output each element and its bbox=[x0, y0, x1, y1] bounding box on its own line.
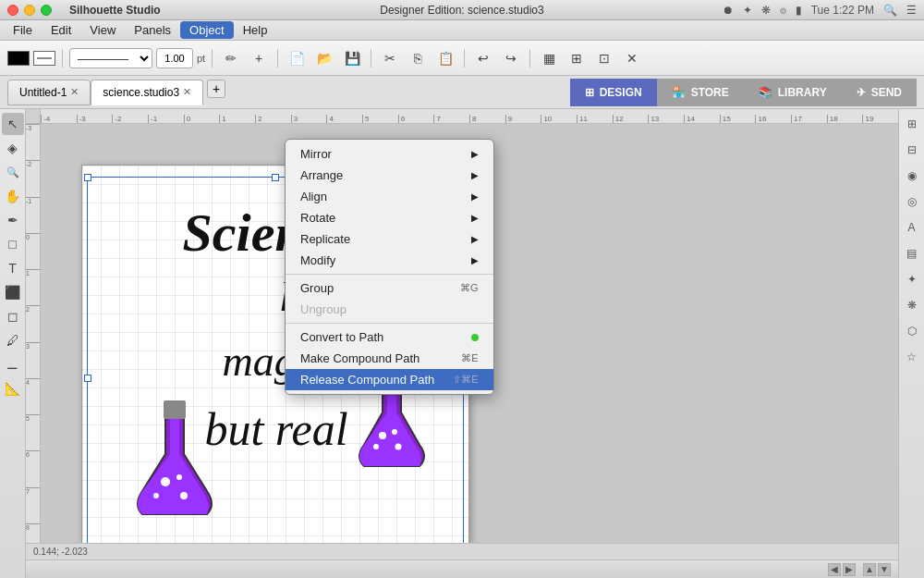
svg-point-12 bbox=[373, 444, 379, 449]
undo-btn[interactable]: ↩ bbox=[471, 46, 495, 70]
menu-group-label: Group bbox=[300, 281, 334, 295]
right-tool-text[interactable]: A bbox=[901, 216, 923, 239]
menu-mirror[interactable]: Mirror ▶ bbox=[286, 143, 493, 165]
cut-btn[interactable]: ✂ bbox=[378, 46, 402, 70]
copy-btn[interactable]: ⎘ bbox=[406, 46, 430, 70]
tab-untitled-close[interactable]: ✕ bbox=[70, 86, 79, 98]
notification-icon[interactable]: ☰ bbox=[906, 4, 917, 17]
bottom-bar: ◀ ▶ ▲ ▼ bbox=[26, 560, 898, 578]
maximize-button[interactable] bbox=[41, 5, 52, 16]
knife-tool[interactable]: ⚊ bbox=[2, 353, 24, 375]
menu-convert-to-path[interactable]: Convert to Path bbox=[286, 326, 493, 348]
tab-science-close[interactable]: ✕ bbox=[183, 86, 191, 98]
menu-release-compound-shortcut: ⇧⌘E bbox=[453, 374, 478, 386]
window-controls[interactable] bbox=[7, 5, 52, 16]
eyedropper-tool[interactable]: 🖊 bbox=[2, 329, 24, 351]
menu-modify[interactable]: Modify ▶ bbox=[286, 250, 493, 271]
tab-untitled-label: Untitled-1 bbox=[19, 86, 67, 99]
sep1 bbox=[62, 49, 63, 68]
scroll-down-arrow[interactable]: ▼ bbox=[878, 563, 891, 576]
eraser-tool[interactable]: ◻ bbox=[2, 305, 24, 327]
measure-tool[interactable]: 📐 bbox=[2, 377, 24, 400]
tab-untitled[interactable]: Untitled-1 ✕ bbox=[7, 80, 91, 105]
menu-file[interactable]: File bbox=[4, 21, 42, 39]
menu-panels[interactable]: Panels bbox=[125, 21, 180, 39]
menubar: File Edit View Panels Object Help bbox=[0, 20, 924, 41]
open-btn[interactable]: 📂 bbox=[312, 46, 336, 70]
zoom-out-arrow[interactable]: ◀ bbox=[828, 563, 841, 576]
object-menu: Mirror ▶ Arrange ▶ Align ▶ Rotate ▶ Repl… bbox=[285, 139, 494, 395]
text-tool[interactable]: T bbox=[2, 257, 24, 279]
store-button[interactable]: 🏪 STORE bbox=[657, 79, 744, 106]
search-icon[interactable]: 🔍 bbox=[883, 4, 897, 17]
right-tool-warp[interactable]: ⬡ bbox=[901, 320, 923, 342]
pan-tool[interactable]: ✋ bbox=[2, 185, 24, 207]
zoom-in-arrow[interactable]: ▶ bbox=[843, 563, 856, 576]
right-tool-stroke[interactable]: ◎ bbox=[901, 191, 923, 213]
close-btn[interactable]: ✕ bbox=[620, 46, 644, 70]
new-doc-btn[interactable]: 📄 bbox=[285, 46, 309, 70]
tab-science[interactable]: science.studio3 ✕ bbox=[91, 80, 203, 105]
menu-object[interactable]: Object bbox=[180, 21, 234, 39]
right-panel: ⊞ ⊟ ◉ ◎ A ▤ ✦ ❋ ⬡ ☆ bbox=[898, 109, 924, 578]
menu-align[interactable]: Align ▶ bbox=[286, 186, 493, 207]
save-btn[interactable]: 💾 bbox=[340, 46, 364, 70]
ruler-horizontal: -4 -3 -2 -1 0 1 2 3 4 5 6 7 8 9 10 11 12… bbox=[41, 109, 898, 124]
right-tool-layers[interactable]: ▤ bbox=[901, 242, 923, 264]
group-btn[interactable]: ▦ bbox=[537, 46, 561, 70]
menu-make-compound-label: Make Compound Path bbox=[300, 351, 419, 365]
node-tool[interactable]: ◈ bbox=[2, 137, 24, 159]
svg-point-7 bbox=[153, 493, 159, 498]
scroll-up-arrow[interactable]: ▲ bbox=[863, 563, 876, 576]
library-button[interactable]: 📚 LIBRARY bbox=[744, 79, 842, 106]
pencil-tool[interactable]: ✏ bbox=[219, 46, 243, 70]
svg-point-6 bbox=[180, 492, 188, 499]
zoom-controls[interactable]: ◀ ▶ bbox=[828, 563, 856, 576]
scroll-controls[interactable]: ▲ ▼ bbox=[863, 563, 891, 576]
stroke-width-input[interactable] bbox=[156, 48, 193, 68]
menu-release-compound[interactable]: Release Compound Path ⇧⌘E bbox=[286, 369, 493, 390]
coords-value: 0.144; -2.023 bbox=[33, 547, 88, 557]
right-tool-align[interactable]: ⊞ bbox=[901, 113, 923, 135]
select-tool[interactable]: ↖ bbox=[2, 113, 24, 135]
shape-tool[interactable]: □ bbox=[2, 233, 24, 255]
pen-tool[interactable]: ✒ bbox=[2, 209, 24, 231]
fill-color-swatch[interactable] bbox=[7, 51, 30, 66]
paste-btn[interactable]: 📋 bbox=[433, 46, 457, 70]
menu-arrange[interactable]: Arrange ▶ bbox=[286, 165, 493, 186]
menu-rotate-label: Rotate bbox=[300, 211, 335, 225]
stroke-style-select[interactable]: ————— bbox=[69, 48, 152, 68]
minimize-button[interactable] bbox=[24, 5, 35, 16]
right-tool-nodes[interactable]: ✦ bbox=[901, 268, 923, 290]
menu-group[interactable]: Group ⌘G bbox=[286, 277, 493, 299]
right-tool-replicate[interactable]: ❋ bbox=[901, 294, 923, 316]
stroke-color-swatch[interactable] bbox=[33, 51, 55, 66]
right-tool-effects[interactable]: ☆ bbox=[901, 346, 923, 368]
ungroup-btn[interactable]: ⊞ bbox=[565, 46, 589, 70]
menu-replicate[interactable]: Replicate ▶ bbox=[286, 228, 493, 250]
convert-indicator bbox=[471, 334, 479, 341]
send-button[interactable]: ✈ SEND bbox=[842, 79, 917, 106]
window-title: Designer Edition: science.studio3 bbox=[380, 4, 543, 17]
right-tool-fill[interactable]: ◉ bbox=[901, 165, 923, 187]
zoom-tool[interactable]: 🔍 bbox=[2, 161, 24, 183]
menu-rotate[interactable]: Rotate ▶ bbox=[286, 207, 493, 228]
clock: Tue 1:22 PM bbox=[811, 4, 874, 17]
fill-tool[interactable]: ⬛ bbox=[2, 281, 24, 303]
menu-edit[interactable]: Edit bbox=[42, 21, 80, 39]
tab-add-button[interactable]: + bbox=[207, 80, 225, 98]
redo-btn[interactable]: ↪ bbox=[499, 46, 523, 70]
menu-release-compound-label: Release Compound Path bbox=[300, 373, 434, 387]
canvas-area[interactable]: -4 -3 -2 -1 0 1 2 3 4 5 6 7 8 9 10 11 12… bbox=[26, 109, 898, 578]
close-button[interactable] bbox=[7, 5, 18, 16]
menu-help[interactable]: Help bbox=[234, 21, 277, 39]
tab-list: Untitled-1 ✕ science.studio3 ✕ + bbox=[7, 80, 225, 105]
menu-view[interactable]: View bbox=[80, 21, 125, 39]
main-area: ↖ ◈ 🔍 ✋ ✒ □ T ⬛ ◻ 🖊 ⚊ 📐 -4 -3 -2 -1 0 1 … bbox=[0, 109, 924, 578]
plus-tool[interactable]: + bbox=[247, 46, 271, 70]
right-tool-transform[interactable]: ⊟ bbox=[901, 139, 923, 161]
transform-btn[interactable]: ⊡ bbox=[592, 46, 616, 70]
design-button[interactable]: ⊞ DESIGN bbox=[570, 79, 657, 106]
menu-make-compound[interactable]: Make Compound Path ⌘E bbox=[286, 348, 493, 369]
library-icon: 📚 bbox=[759, 86, 772, 99]
